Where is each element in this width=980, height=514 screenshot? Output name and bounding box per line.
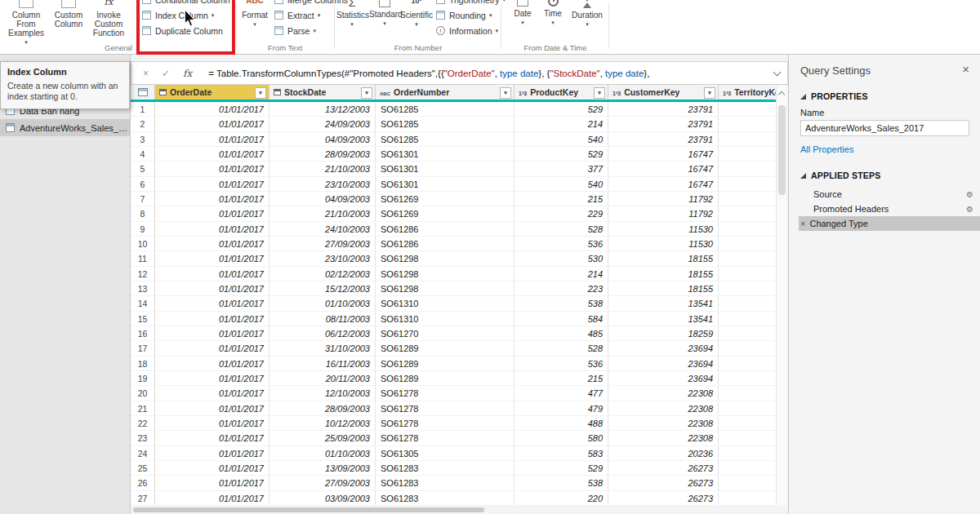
column-header-OrderDate[interactable]: OrderDate▾ (155, 85, 270, 100)
cell[interactable]: 16/11/2003 (270, 357, 376, 370)
row-number[interactable]: 9 (131, 222, 155, 236)
merge-columns-button[interactable]: Merge Columns (273, 0, 332, 7)
cell[interactable] (719, 326, 776, 340)
cell[interactable]: 214 (514, 267, 608, 281)
cell[interactable]: 18155 (608, 267, 719, 281)
cell[interactable]: 12/10/2003 (270, 386, 376, 400)
cell[interactable]: SO61289 (376, 341, 514, 355)
cell[interactable]: 540 (514, 132, 608, 146)
applied-steps-section-header[interactable]: APPLIED STEPS (789, 167, 980, 184)
cell[interactable] (719, 147, 776, 161)
cell[interactable]: SO61289 (376, 357, 514, 370)
cell[interactable]: 01/01/2017 (155, 461, 270, 475)
cell[interactable]: 26273 (608, 476, 719, 490)
row-number[interactable]: 8 (131, 206, 155, 220)
cell[interactable]: 01/01/2017 (155, 296, 270, 310)
index-column-button[interactable]: Index Column ▾ (140, 7, 235, 23)
cell[interactable]: 25/09/2003 (270, 431, 376, 445)
cell[interactable]: 20236 (608, 446, 719, 460)
cell[interactable]: SO61301 (376, 147, 514, 161)
cell[interactable]: 488 (514, 416, 608, 430)
cell[interactable]: SO61286 (376, 222, 514, 236)
column-header-TerritoryKey[interactable]: TerritoryKey▾ (719, 85, 776, 100)
row-number[interactable]: 23 (131, 431, 155, 445)
custom-column-button[interactable]: Custom Column (52, 0, 85, 49)
information-button[interactable]: Information ▾ (434, 23, 500, 38)
cell[interactable]: 01/01/2017 (155, 446, 270, 460)
cell[interactable] (719, 357, 776, 370)
cell[interactable]: 22308 (608, 431, 719, 445)
cell[interactable]: 26273 (608, 491, 719, 505)
row-number[interactable]: 16 (131, 326, 155, 340)
row-number[interactable]: 27 (131, 491, 155, 505)
column-from-examples-button[interactable]: Column From Examples ▾ (2, 0, 51, 49)
cell[interactable] (719, 132, 776, 146)
cell[interactable]: 01/01/2017 (155, 476, 270, 490)
duration-button[interactable]: Duration ▾ (568, 0, 606, 49)
cell[interactable]: SO61285 (376, 117, 514, 131)
cell[interactable] (719, 491, 776, 505)
cell[interactable]: SO61269 (376, 192, 514, 206)
cell[interactable]: 580 (514, 431, 608, 445)
cell[interactable]: 11530 (608, 222, 719, 236)
cell[interactable]: 536 (514, 357, 608, 370)
row-number[interactable]: 15 (131, 312, 155, 326)
cell[interactable]: 01/01/2017 (155, 192, 270, 206)
cell[interactable]: 23/10/2003 (270, 177, 376, 191)
cell[interactable]: 01/01/2017 (155, 267, 270, 281)
cell[interactable]: SO61301 (376, 162, 514, 175)
cell[interactable]: 01/01/2017 (155, 491, 270, 505)
cell[interactable]: 01/01/2017 (155, 312, 270, 326)
cell[interactable]: 13541 (608, 312, 719, 326)
cell[interactable] (719, 371, 776, 385)
cell[interactable]: SO61285 (376, 102, 514, 116)
cell[interactable]: 01/01/2017 (155, 401, 270, 415)
cell[interactable]: 220 (514, 491, 608, 505)
cell[interactable]: 04/09/2003 (270, 132, 376, 146)
horizontal-scrollbar-thumb[interactable] (133, 507, 484, 512)
trigonometry-button[interactable]: Trigonometry ▾ (434, 0, 500, 7)
cell[interactable]: 01/10/2003 (270, 446, 376, 460)
cell[interactable]: SO61278 (376, 416, 514, 430)
cell[interactable]: 23694 (608, 341, 719, 355)
cell[interactable]: 01/01/2017 (155, 326, 270, 340)
check-icon[interactable]: ✓ (162, 68, 170, 79)
filter-button[interactable]: ▾ (361, 87, 372, 99)
row-number[interactable]: 6 (131, 177, 155, 191)
cell[interactable]: 229 (514, 206, 608, 220)
delete-step-icon[interactable]: × (800, 219, 805, 228)
cell[interactable]: SO61310 (376, 312, 514, 326)
cell[interactable]: SO61298 (376, 281, 514, 295)
cell[interactable]: 22308 (608, 386, 719, 400)
cell[interactable]: 22308 (608, 416, 719, 430)
row-number[interactable]: 1 (131, 102, 155, 116)
cell[interactable]: 583 (514, 446, 608, 460)
select-all-corner[interactable] (131, 85, 155, 100)
cell[interactable]: 377 (514, 162, 608, 175)
cell[interactable]: SO61283 (376, 461, 514, 475)
cell[interactable] (719, 102, 776, 116)
fx-icon[interactable]: fx (183, 68, 192, 79)
duplicate-column-button[interactable]: Duplicate Column (140, 23, 235, 38)
cell[interactable]: SO61285 (376, 132, 514, 146)
cell[interactable] (719, 117, 776, 131)
row-number[interactable]: 11 (131, 251, 155, 265)
cell[interactable]: 538 (514, 296, 608, 310)
row-number[interactable]: 2 (131, 117, 155, 131)
cell[interactable]: 23694 (608, 357, 719, 370)
cell[interactable]: 01/01/2017 (155, 237, 270, 250)
cell[interactable]: 536 (514, 237, 608, 250)
parse-button[interactable]: Parse ▾ (273, 23, 332, 38)
cell[interactable]: 01/01/2017 (155, 371, 270, 385)
cell[interactable]: 28/09/2003 (270, 147, 376, 161)
cell[interactable]: 18155 (608, 251, 719, 265)
filter-button[interactable]: ▾ (500, 87, 511, 99)
cell[interactable] (719, 281, 776, 295)
cell[interactable]: 01/01/2017 (155, 341, 270, 355)
row-number[interactable]: 3 (131, 132, 155, 146)
cell[interactable]: 31/10/2003 (270, 341, 376, 355)
time-button[interactable]: Time ▾ (539, 0, 567, 49)
cell[interactable]: 24/09/2003 (270, 117, 376, 131)
cell[interactable]: 13541 (608, 296, 719, 310)
cell[interactable]: 08/11/2003 (270, 312, 376, 326)
